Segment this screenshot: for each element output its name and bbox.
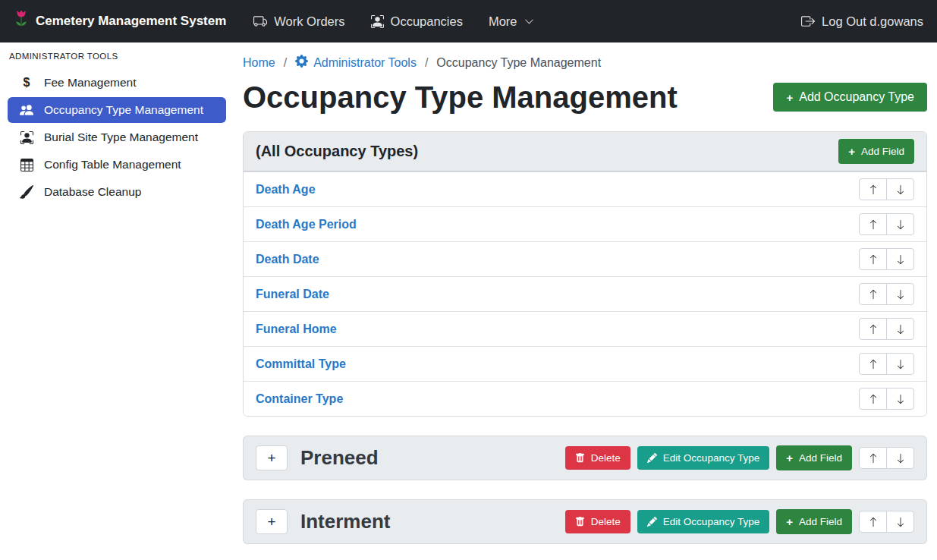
occupancy-type-section-interment: + Interment Delete Edit Occupancy Type +… (243, 499, 927, 544)
add-field-label: Add Field (799, 517, 842, 527)
card-title: (All Occupancy Types) (256, 143, 418, 160)
field-row: Funeral Home (244, 311, 926, 346)
move-up-button[interactable] (859, 447, 887, 469)
page-layout: ADMINISTRATOR TOOLS $ Fee Management Occ… (0, 42, 937, 560)
gear-icon (295, 55, 308, 71)
edit-occupancy-type-button[interactable]: Edit Occupancy Type (637, 446, 769, 470)
logout-link[interactable]: Log Out d.gowans (801, 14, 923, 29)
arrow-down-icon (895, 254, 906, 265)
section-title: Interment (300, 510, 390, 533)
arrow-up-icon (868, 219, 879, 230)
move-up-button[interactable] (859, 511, 887, 533)
move-down-button[interactable] (886, 318, 914, 340)
add-field-button[interactable]: + Add Field (838, 139, 914, 164)
breadcrumb: Home / Administrator Tools / Occupancy T… (243, 55, 927, 71)
reorder-buttons (859, 283, 914, 305)
sidebar-item-occupancy-type-management[interactable]: Occupancy Type Management (8, 97, 226, 123)
move-up-button[interactable] (859, 248, 887, 270)
arrow-up-icon (868, 359, 879, 370)
move-down-button[interactable] (886, 353, 914, 375)
section-actions: Delete Edit Occupancy Type + Add Field (565, 509, 914, 534)
field-link[interactable]: Death Date (256, 253, 319, 266)
sidebar-item-label: Occupancy Type Management (44, 103, 203, 117)
move-up-button[interactable] (859, 213, 887, 235)
app-brand[interactable]: Cemetery Management System (14, 10, 226, 33)
move-up-button[interactable] (859, 318, 887, 340)
arrow-down-icon (895, 453, 906, 464)
breadcrumb-home[interactable]: Home (243, 56, 275, 70)
reorder-buttons (859, 447, 914, 469)
arrow-up-icon (868, 254, 879, 265)
tulip-logo-icon (14, 10, 29, 33)
move-down-button[interactable] (886, 178, 914, 200)
section-actions: Delete Edit Occupancy Type + Add Field (565, 445, 914, 470)
sidebar-item-burial-site-type-management[interactable]: Burial Site Type Management (8, 124, 226, 150)
field-row: Death Age (244, 171, 926, 206)
field-link[interactable]: Funeral Date (256, 288, 329, 301)
add-field-button[interactable]: + Add Field (776, 509, 852, 534)
reorder-buttons (859, 511, 914, 533)
move-down-button[interactable] (886, 447, 914, 469)
arrow-up-icon (868, 453, 879, 464)
move-up-button[interactable] (859, 178, 887, 200)
person-frame-icon (18, 131, 35, 144)
edit-occupancy-type-button[interactable]: Edit Occupancy Type (637, 510, 769, 534)
field-link[interactable]: Death Age Period (256, 218, 357, 231)
field-link[interactable]: Container Type (256, 392, 343, 406)
reorder-buttons (859, 353, 914, 375)
sidebar-item-database-cleanup[interactable]: Database Cleanup (8, 179, 226, 205)
page-title: Occupancy Type Management (243, 78, 678, 116)
sidebar-item-label: Burial Site Type Management (44, 131, 198, 144)
delete-label: Delete (591, 453, 621, 464)
all-occupancy-types-header: (All Occupancy Types) + Add Field (244, 132, 926, 171)
nav-more[interactable]: More (489, 14, 534, 29)
move-down-button[interactable] (886, 248, 914, 270)
add-field-label: Add Field (799, 453, 842, 464)
move-down-button[interactable] (886, 213, 914, 235)
nav-occupancies-label: Occupancies (391, 14, 463, 29)
add-occupancy-type-button[interactable]: + Add Occupancy Type (773, 83, 927, 112)
breadcrumb-administrator-tools[interactable]: Administrator Tools (295, 55, 417, 71)
arrow-up-icon (868, 517, 879, 527)
plus-icon: + (786, 92, 793, 103)
move-up-button[interactable] (859, 388, 887, 410)
field-row: Container Type (244, 381, 926, 416)
sidebar-item-config-table-management[interactable]: Config Table Management (8, 152, 226, 178)
field-link[interactable]: Committal Type (256, 357, 346, 371)
add-occupancy-type-label: Add Occupancy Type (799, 91, 914, 103)
nav-occupancies[interactable]: Occupancies (371, 14, 463, 29)
delete-button[interactable]: Delete (565, 510, 630, 534)
sidebar-item-label: Database Cleanup (44, 185, 141, 199)
arrow-down-icon (895, 394, 906, 404)
move-down-button[interactable] (886, 511, 914, 533)
field-link[interactable]: Death Age (256, 183, 316, 197)
trash-icon (575, 517, 585, 527)
truck-icon (253, 14, 267, 28)
breadcrumb-admin-label: Administrator Tools (313, 56, 417, 70)
sidebar-item-label: Config Table Management (44, 158, 181, 171)
move-up-button[interactable] (859, 283, 887, 305)
delete-button[interactable]: Delete (565, 446, 630, 470)
users-icon (18, 103, 35, 117)
nav-work-orders[interactable]: Work Orders (253, 14, 344, 29)
person-frame-icon (371, 15, 384, 28)
move-down-button[interactable] (886, 388, 914, 410)
all-occupancy-types-card: (All Occupancy Types) + Add Field Death … (243, 131, 927, 417)
sidebar-item-fee-management[interactable]: $ Fee Management (8, 70, 226, 96)
move-up-button[interactable] (859, 353, 887, 375)
arrow-up-icon (868, 289, 879, 300)
edit-label: Edit Occupancy Type (663, 517, 759, 527)
sidebar-item-label: Fee Management (44, 76, 137, 90)
field-row: Funeral Date (244, 276, 926, 311)
plus-icon: + (267, 514, 275, 529)
field-link[interactable]: Funeral Home (256, 322, 337, 336)
trash-icon (575, 453, 585, 463)
expand-button[interactable]: + (256, 509, 288, 534)
breadcrumb-home-label: Home (243, 56, 275, 70)
broom-icon (18, 185, 35, 199)
add-field-button[interactable]: + Add Field (776, 445, 852, 470)
breadcrumb-current: Occupancy Type Management (436, 56, 601, 70)
main-nav: Work Orders Occupancies More (253, 14, 533, 29)
move-down-button[interactable] (886, 283, 914, 305)
expand-button[interactable]: + (256, 445, 288, 470)
